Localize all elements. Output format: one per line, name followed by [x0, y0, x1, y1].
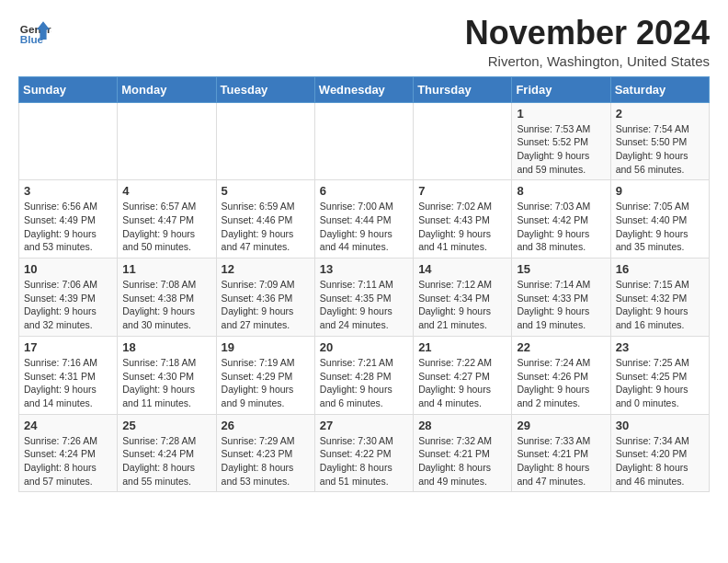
day-number: 28	[418, 419, 506, 432]
day-number: 15	[517, 262, 605, 276]
day-info: Sunrise: 7:05 AM Sunset: 4:40 PM Dayligh…	[616, 200, 704, 254]
day-number: 26	[222, 419, 310, 432]
day-number: 4	[122, 184, 210, 198]
day-info: Sunrise: 7:19 AM Sunset: 4:29 PM Dayligh…	[222, 356, 310, 410]
header: General Blue November 2024 Riverton, Was…	[18, 15, 710, 69]
col-header-wednesday: Wednesday	[314, 76, 413, 102]
month-title: November 2024	[465, 15, 710, 52]
day-number: 19	[222, 340, 310, 354]
day-info: Sunrise: 7:18 AM Sunset: 4:30 PM Dayligh…	[122, 356, 210, 410]
day-info: Sunrise: 7:12 AM Sunset: 4:34 PM Dayligh…	[418, 278, 506, 332]
day-info: Sunrise: 7:54 AM Sunset: 5:50 PM Dayligh…	[616, 122, 704, 177]
calendar-cell: 2Sunrise: 7:54 AM Sunset: 5:50 PM Daylig…	[610, 102, 709, 180]
calendar-cell: 18Sunrise: 7:18 AM Sunset: 4:30 PM Dayli…	[118, 336, 216, 414]
calendar-cell: 27Sunrise: 7:30 AM Sunset: 4:22 PM Dayli…	[314, 414, 413, 492]
day-info: Sunrise: 7:33 AM Sunset: 4:21 PM Dayligh…	[517, 434, 605, 488]
day-number: 23	[616, 340, 704, 354]
calendar-cell: 19Sunrise: 7:19 AM Sunset: 4:29 PM Dayli…	[216, 336, 314, 414]
day-number: 12	[222, 262, 310, 276]
calendar-cell: 13Sunrise: 7:11 AM Sunset: 4:35 PM Dayli…	[314, 259, 413, 337]
week-row-1: 1Sunrise: 7:53 AM Sunset: 5:52 PM Daylig…	[19, 102, 710, 180]
day-info: Sunrise: 7:16 AM Sunset: 4:31 PM Dayligh…	[24, 356, 112, 410]
calendar-cell: 5Sunrise: 6:59 AM Sunset: 4:46 PM Daylig…	[216, 180, 314, 259]
calendar-cell: 28Sunrise: 7:32 AM Sunset: 4:21 PM Dayli…	[414, 414, 512, 492]
day-info: Sunrise: 7:30 AM Sunset: 4:22 PM Dayligh…	[320, 434, 408, 488]
calendar-cell: 3Sunrise: 6:56 AM Sunset: 4:49 PM Daylig…	[19, 180, 118, 259]
day-info: Sunrise: 6:56 AM Sunset: 4:49 PM Dayligh…	[24, 200, 112, 254]
day-number: 18	[122, 340, 210, 354]
calendar-cell: 17Sunrise: 7:16 AM Sunset: 4:31 PM Dayli…	[19, 336, 118, 414]
col-header-saturday: Saturday	[610, 76, 709, 102]
calendar-cell: 23Sunrise: 7:25 AM Sunset: 4:25 PM Dayli…	[610, 336, 709, 414]
day-number: 10	[24, 262, 112, 276]
day-info: Sunrise: 7:34 AM Sunset: 4:20 PM Dayligh…	[616, 434, 704, 488]
logo-icon: General Blue	[18, 15, 51, 48]
calendar-cell: 22Sunrise: 7:24 AM Sunset: 4:26 PM Dayli…	[512, 336, 610, 414]
day-info: Sunrise: 7:06 AM Sunset: 4:39 PM Dayligh…	[24, 278, 112, 332]
calendar-cell: 1Sunrise: 7:53 AM Sunset: 5:52 PM Daylig…	[512, 102, 610, 180]
day-number: 20	[320, 340, 408, 354]
calendar-cell: 6Sunrise: 7:00 AM Sunset: 4:44 PM Daylig…	[314, 180, 413, 259]
day-info: Sunrise: 7:15 AM Sunset: 4:32 PM Dayligh…	[616, 278, 704, 332]
day-number: 14	[418, 262, 506, 276]
calendar-table: SundayMondayTuesdayWednesdayThursdayFrid…	[18, 76, 710, 493]
day-info: Sunrise: 7:08 AM Sunset: 4:38 PM Dayligh…	[122, 278, 210, 332]
calendar-cell: 10Sunrise: 7:06 AM Sunset: 4:39 PM Dayli…	[19, 259, 118, 337]
calendar-cell: 14Sunrise: 7:12 AM Sunset: 4:34 PM Dayli…	[414, 259, 512, 337]
calendar-cell: 25Sunrise: 7:28 AM Sunset: 4:24 PM Dayli…	[118, 414, 216, 492]
week-row-2: 3Sunrise: 6:56 AM Sunset: 4:49 PM Daylig…	[19, 180, 710, 259]
day-number: 3	[24, 184, 112, 198]
day-info: Sunrise: 7:26 AM Sunset: 4:24 PM Dayligh…	[24, 434, 112, 488]
day-info: Sunrise: 7:29 AM Sunset: 4:23 PM Dayligh…	[222, 434, 310, 488]
calendar-cell: 8Sunrise: 7:03 AM Sunset: 4:42 PM Daylig…	[512, 180, 610, 259]
calendar-header: SundayMondayTuesdayWednesdayThursdayFrid…	[19, 76, 710, 102]
calendar-cell	[19, 102, 118, 180]
day-info: Sunrise: 7:25 AM Sunset: 4:25 PM Dayligh…	[616, 356, 704, 410]
day-info: Sunrise: 7:24 AM Sunset: 4:26 PM Dayligh…	[517, 356, 605, 410]
day-number: 9	[616, 184, 704, 198]
day-number: 27	[320, 419, 408, 432]
calendar-cell: 12Sunrise: 7:09 AM Sunset: 4:36 PM Dayli…	[216, 259, 314, 337]
day-info: Sunrise: 7:03 AM Sunset: 4:42 PM Dayligh…	[517, 200, 605, 254]
day-number: 11	[122, 262, 210, 276]
day-number: 2	[616, 107, 704, 121]
calendar-cell: 29Sunrise: 7:33 AM Sunset: 4:21 PM Dayli…	[512, 414, 610, 492]
week-row-3: 10Sunrise: 7:06 AM Sunset: 4:39 PM Dayli…	[19, 259, 710, 337]
day-info: Sunrise: 6:57 AM Sunset: 4:47 PM Dayligh…	[122, 200, 210, 254]
day-info: Sunrise: 6:59 AM Sunset: 4:46 PM Dayligh…	[222, 200, 310, 254]
day-number: 29	[517, 419, 605, 432]
day-info: Sunrise: 7:00 AM Sunset: 4:44 PM Dayligh…	[320, 200, 408, 254]
calendar-cell	[314, 102, 413, 180]
day-number: 22	[517, 340, 605, 354]
col-header-sunday: Sunday	[19, 76, 118, 102]
day-info: Sunrise: 7:02 AM Sunset: 4:43 PM Dayligh…	[418, 200, 506, 254]
calendar-cell	[414, 102, 512, 180]
calendar-cell: 9Sunrise: 7:05 AM Sunset: 4:40 PM Daylig…	[610, 180, 709, 259]
day-number: 24	[24, 419, 112, 432]
day-number: 16	[616, 262, 704, 276]
day-number: 7	[418, 184, 506, 198]
logo: General Blue	[18, 15, 51, 48]
calendar-cell: 16Sunrise: 7:15 AM Sunset: 4:32 PM Dayli…	[610, 259, 709, 337]
day-info: Sunrise: 7:22 AM Sunset: 4:27 PM Dayligh…	[418, 356, 506, 410]
location: Riverton, Washington, United States	[465, 53, 710, 69]
day-number: 5	[222, 184, 310, 198]
calendar-cell: 4Sunrise: 6:57 AM Sunset: 4:47 PM Daylig…	[118, 180, 216, 259]
day-number: 25	[122, 419, 210, 432]
col-header-friday: Friday	[512, 76, 610, 102]
day-number: 30	[616, 419, 704, 432]
day-info: Sunrise: 7:21 AM Sunset: 4:28 PM Dayligh…	[320, 356, 408, 410]
day-info: Sunrise: 7:53 AM Sunset: 5:52 PM Dayligh…	[517, 122, 605, 177]
calendar-cell: 21Sunrise: 7:22 AM Sunset: 4:27 PM Dayli…	[414, 336, 512, 414]
day-number: 13	[320, 262, 408, 276]
day-info: Sunrise: 7:32 AM Sunset: 4:21 PM Dayligh…	[418, 434, 506, 488]
day-number: 1	[517, 107, 605, 121]
day-number: 8	[517, 184, 605, 198]
day-info: Sunrise: 7:14 AM Sunset: 4:33 PM Dayligh…	[517, 278, 605, 332]
title-area: November 2024 Riverton, Washington, Unit…	[465, 15, 710, 69]
week-row-4: 17Sunrise: 7:16 AM Sunset: 4:31 PM Dayli…	[19, 336, 710, 414]
day-info: Sunrise: 7:11 AM Sunset: 4:35 PM Dayligh…	[320, 278, 408, 332]
day-number: 17	[24, 340, 112, 354]
week-row-5: 24Sunrise: 7:26 AM Sunset: 4:24 PM Dayli…	[19, 414, 710, 492]
calendar-cell	[216, 102, 314, 180]
